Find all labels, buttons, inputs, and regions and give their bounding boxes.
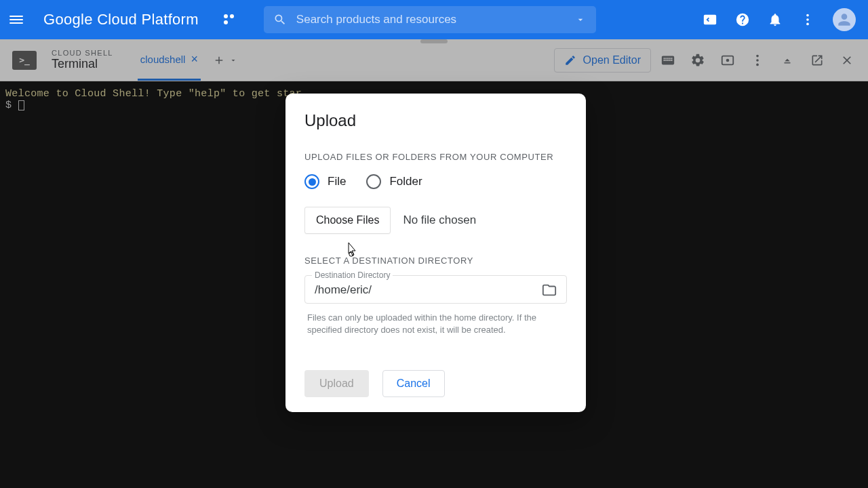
radio-file-label: File [328,175,346,188]
brand-title: Google Cloud Platform [43,11,199,28]
project-dots-icon [223,14,235,26]
top-bar: Google Cloud Platform [0,0,868,39]
svg-point-2 [224,20,228,24]
modal-title: Upload [304,111,567,130]
svg-point-3 [806,14,809,17]
notifications-icon[interactable] [768,12,783,27]
radio-folder[interactable]: Folder [366,174,422,189]
cancel-button[interactable]: Cancel [382,370,445,397]
radio-file[interactable]: File [304,174,346,189]
choose-files-button[interactable]: Choose Files [304,207,391,234]
svg-point-4 [806,18,809,21]
avatar[interactable] [833,8,856,31]
search-input[interactable] [296,13,527,26]
folder-icon [542,283,557,298]
search-box[interactable] [264,6,596,33]
chevron-down-icon[interactable] [574,14,587,26]
radio-unselected-icon [366,174,381,189]
destination-float-label: Destination Directory [312,270,393,280]
project-picker[interactable] [223,14,235,26]
destination-field[interactable]: Destination Directory [304,275,567,304]
upload-button: Upload [304,370,369,397]
helper-text: Files can only be uploaded within the ho… [304,312,567,336]
hamburger-icon[interactable] [8,12,24,28]
destination-section-heading: SELECT A DESTINATION DIRECTORY [304,256,567,266]
upload-section-heading: UPLOAD FILES OR FOLDERS FROM YOUR COMPUT… [304,152,567,162]
destination-input[interactable] [315,283,532,297]
svg-point-5 [806,23,809,26]
svg-point-1 [230,14,234,18]
upload-modal: Upload UPLOAD FILES OR FOLDERS FROM YOUR… [285,94,586,412]
help-icon[interactable] [735,12,750,27]
no-file-chosen-label: No file chosen [403,214,476,227]
search-icon [273,13,287,26]
svg-point-0 [224,14,228,18]
browse-folder-button[interactable] [542,283,557,298]
radio-selected-icon [304,174,319,189]
radio-folder-label: Folder [389,175,422,188]
top-right-icons [703,8,860,31]
cloud-shell-icon[interactable] [703,12,717,27]
more-vert-icon[interactable] [800,12,815,27]
